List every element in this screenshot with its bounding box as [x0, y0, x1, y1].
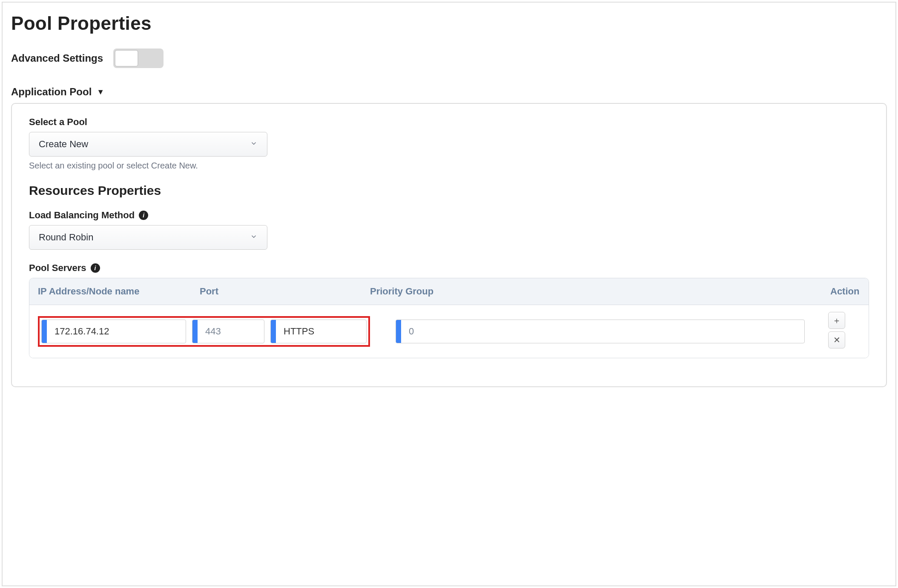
chevron-down-icon [250, 139, 258, 150]
priority-value: 0 [401, 320, 804, 343]
application-pool-section-title: Application Pool [11, 86, 92, 98]
close-icon: ✕ [833, 335, 841, 345]
pool-servers-label: Pool Servers [29, 263, 86, 274]
lb-method-dropdown[interactable]: Round Robin [29, 225, 267, 250]
port-field[interactable]: 443 [192, 320, 264, 343]
advanced-settings-toggle[interactable] [113, 49, 164, 68]
page-title: Pool Properties [11, 13, 887, 34]
th-action: Action [822, 278, 869, 305]
protocol-value: HTTPS [276, 320, 339, 343]
field-accent [396, 320, 401, 343]
pool-servers-table: IP Address/Node name Port Priority Group… [29, 278, 869, 358]
application-pool-section-header[interactable]: Application Pool ▼ [11, 86, 887, 98]
priority-field[interactable]: 0 [396, 320, 805, 343]
th-ip: IP Address/Node name [29, 278, 191, 305]
highlighted-server-fields: 172.16.74.12 443 [38, 316, 370, 347]
chevron-down-icon [339, 320, 366, 343]
th-port: Port [191, 278, 361, 305]
select-pool-value: Create New [39, 139, 88, 150]
toggle-knob [115, 50, 138, 67]
ip-address-value: 172.16.74.12 [47, 320, 158, 343]
chevron-down-icon [158, 320, 186, 343]
lb-method-label: Load Balancing Method [29, 210, 135, 221]
lb-method-value: Round Robin [39, 232, 93, 243]
resources-properties-heading: Resources Properties [29, 183, 869, 198]
protocol-field[interactable]: HTTPS [270, 320, 367, 343]
application-pool-panel: Select a Pool Create New Select an exist… [11, 103, 887, 387]
field-accent [42, 320, 47, 343]
chevron-down-icon [250, 232, 258, 243]
select-pool-label-text: Select a Pool [29, 117, 87, 128]
select-pool-help: Select an existing pool or select Create… [29, 161, 869, 171]
table-row: 172.16.74.12 443 [29, 305, 869, 358]
remove-row-button[interactable]: ✕ [828, 331, 845, 348]
th-priority: Priority Group [361, 278, 822, 305]
port-value: 443 [198, 320, 264, 343]
info-icon[interactable]: i [91, 263, 100, 273]
add-row-button[interactable]: ＋ [828, 312, 845, 329]
field-accent [192, 320, 198, 343]
select-pool-label: Select a Pool [29, 117, 869, 128]
caret-down-icon: ▼ [97, 88, 104, 97]
field-accent [271, 320, 276, 343]
plus-icon: ＋ [832, 315, 841, 326]
advanced-settings-label: Advanced Settings [11, 52, 103, 64]
ip-address-field[interactable]: 172.16.74.12 [41, 320, 186, 343]
select-pool-dropdown[interactable]: Create New [29, 132, 267, 157]
info-icon[interactable]: i [139, 211, 148, 220]
